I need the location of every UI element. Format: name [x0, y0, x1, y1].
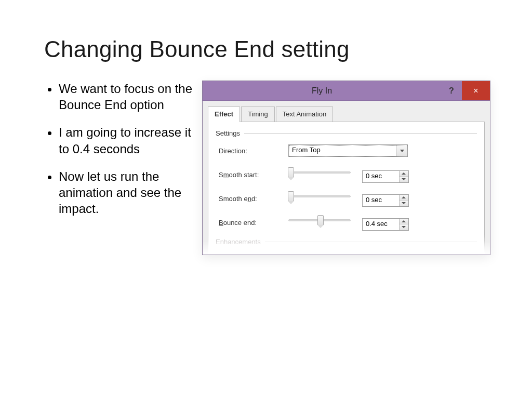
- bounce-end-slider[interactable]: [288, 215, 351, 226]
- slider-track: [288, 171, 351, 174]
- chevron-down-icon: [402, 202, 406, 204]
- settings-label-text: Settings: [216, 129, 240, 137]
- direction-value: From Top: [289, 145, 396, 156]
- titlebar: Fly In ? ×: [203, 81, 490, 101]
- smooth-start-label: Smooth start:: [216, 171, 288, 179]
- chevron-down-icon: [400, 150, 404, 152]
- content-columns: We want to focus on the Bounce End optio…: [44, 81, 490, 255]
- spin-up-button[interactable]: [400, 171, 408, 177]
- help-button[interactable]: ?: [441, 81, 462, 100]
- tab-timing[interactable]: Timing: [241, 107, 275, 122]
- enhancements-group-label: Enhancements: [216, 238, 477, 246]
- close-icon: ×: [473, 86, 478, 96]
- fly-in-dialog: Fly In ? × Effect Timing Text Animation: [202, 81, 490, 255]
- slider-thumb[interactable]: [317, 215, 324, 225]
- list-item: I am going to increase it to 0.4 seconds: [59, 124, 202, 156]
- direction-combo[interactable]: From Top: [288, 144, 408, 157]
- dialog-client: Effect Timing Text Animation Settings Di…: [203, 101, 490, 255]
- direction-label: Direction:: [216, 147, 288, 155]
- tabstrip: Effect Timing Text Animation: [208, 107, 485, 122]
- bounce-end-spinner[interactable]: 0.4 sec: [362, 218, 409, 231]
- spin-up-button[interactable]: [400, 195, 408, 201]
- dialog-area: Fly In ? × Effect Timing Text Animation: [202, 81, 490, 255]
- chevron-up-icon: [402, 220, 406, 222]
- spin-down-button[interactable]: [400, 176, 408, 182]
- chevron-up-icon: [402, 196, 406, 198]
- chevron-down-icon: [402, 226, 406, 228]
- slide: Changing Bounce End setting We want to f…: [0, 0, 532, 399]
- bounce-end-label: Bounce end:: [216, 219, 288, 227]
- tab-text-animation[interactable]: Text Animation: [276, 107, 334, 122]
- slider-thumb[interactable]: [288, 191, 294, 202]
- settings-group-label: Settings: [216, 129, 477, 137]
- enhancements-label-text: Enhancements: [216, 238, 261, 246]
- direction-row: Direction: From Top: [216, 142, 477, 159]
- bounce-end-value: 0.4 sec: [363, 219, 399, 230]
- slider-thumb[interactable]: [288, 167, 294, 178]
- smooth-start-row: Smooth start: 0 sec: [216, 166, 477, 183]
- list-item: We want to focus on the Bounce End optio…: [59, 81, 202, 113]
- divider: [244, 133, 477, 134]
- smooth-end-slider[interactable]: [288, 191, 351, 202]
- tab-effect[interactable]: Effect: [208, 107, 240, 122]
- smooth-end-label: Smooth end:: [216, 195, 288, 203]
- slide-title: Changing Bounce End setting: [44, 36, 490, 62]
- divider: [265, 242, 477, 242]
- slider-track: [288, 195, 351, 197]
- smooth-end-row: Smooth end: 0 sec: [216, 190, 477, 207]
- spin-down-button[interactable]: [400, 200, 408, 206]
- close-button[interactable]: ×: [462, 81, 490, 100]
- chevron-up-icon: [402, 172, 406, 175]
- dialog-title: Fly In: [203, 86, 441, 96]
- smooth-start-spinner[interactable]: 0 sec: [362, 170, 409, 183]
- smooth-start-slider[interactable]: [288, 167, 351, 178]
- spin-down-button[interactable]: [400, 224, 408, 230]
- bounce-end-row: Bounce end: 0.4 sec: [216, 214, 477, 231]
- chevron-down-icon: [402, 178, 406, 180]
- dropdown-button[interactable]: [396, 145, 407, 156]
- smooth-end-value: 0 sec: [363, 195, 399, 206]
- smooth-end-spinner[interactable]: 0 sec: [362, 194, 409, 207]
- bullet-list: We want to focus on the Bounce End optio…: [44, 81, 202, 228]
- list-item: Now let us run the animation and see the…: [59, 168, 202, 217]
- smooth-start-value: 0 sec: [363, 171, 399, 182]
- effect-panel: Settings Direction: From Top: [208, 122, 485, 255]
- spin-up-button[interactable]: [400, 219, 408, 224]
